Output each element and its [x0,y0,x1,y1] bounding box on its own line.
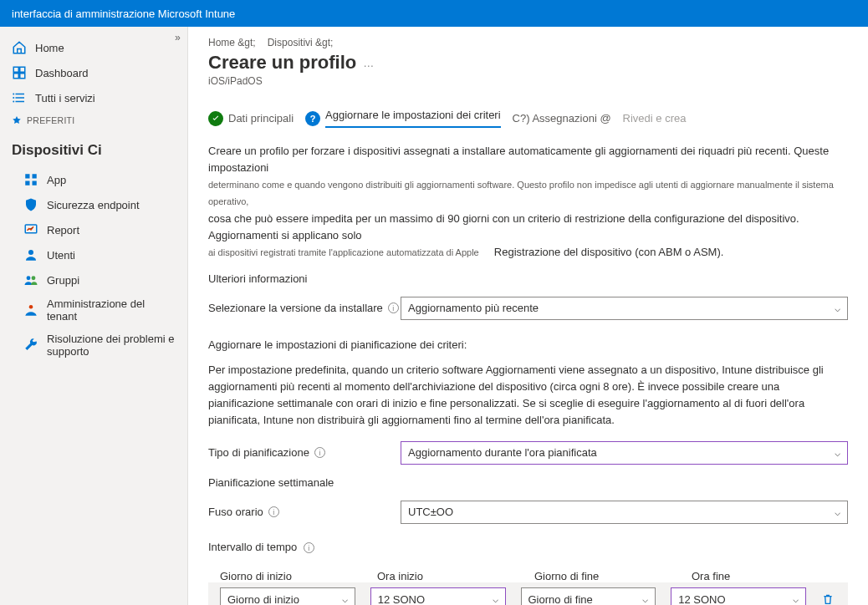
select-schedule-type[interactable]: Aggiornamento durante l'ora pianificata … [401,441,848,465]
select-end-time[interactable]: 12 SONO⌵ [671,587,806,605]
svg-point-13 [27,276,31,280]
report-icon [23,222,38,237]
label-schedule-type: Tipo di pianificazione [208,446,309,459]
step-update-policy[interactable]: ? Aggiornare le impostazioni dei criteri [305,109,501,128]
select-version[interactable]: Aggiornamento più recente ⌵ [401,297,848,320]
chevron-down-icon: ⌵ [835,506,840,518]
sidebar-favorites-header: PREFERITI [0,110,187,130]
sidebar-section-header: Dispositivi Ci [0,135,187,162]
sidebar-item-label: Tutti i servizi [35,92,95,104]
step-badge-done [208,111,223,126]
breadcrumb-home[interactable]: Home &gt; [208,37,256,48]
user-icon [23,247,38,262]
sidebar-item-app[interactable]: App [12,167,187,192]
step-assignments[interactable]: C?) Assegnazioni @ [513,112,611,125]
weekly-schedule-label: Pianificazione settimanale [208,476,848,489]
row-timezone: Fuso orario i UTC±OO ⌵ [208,501,848,524]
th-end-time: Ora fine [692,570,834,582]
page-subtitle: iOS/iPadOS [208,75,848,87]
time-window-label: Intervallo di tempo i [208,541,848,554]
apps-icon [23,172,38,187]
sidebar-item-users[interactable]: Utenti [12,242,187,267]
sidebar-item-label: Utenti [47,249,75,262]
sidebar-item-troubleshoot[interactable]: Risoluzione dei problemi e supporto [12,328,187,363]
sidebar-collapse-icon[interactable]: « [175,32,181,43]
more-info-link[interactable]: Ulteriori informazioni [208,272,848,285]
svg-rect-8 [33,174,37,178]
row-schedule-type: Tipo di pianificazione i Aggiornamento d… [208,441,848,465]
sidebar-item-groups[interactable]: Gruppi [12,267,187,292]
svg-point-6 [13,101,14,103]
svg-rect-3 [20,74,25,79]
wizard-stepper: Dati principali ? Aggiornare le impostaz… [208,109,848,128]
time-window-header: Giorno di inizio Ora inizio Giorno di fi… [208,570,848,582]
svg-point-14 [32,276,36,280]
th-start-day: Giorno di inizio [220,570,362,582]
info-icon[interactable]: i [388,302,399,313]
label-timezone: Fuso orario [208,506,263,518]
sidebar-item-label: Report [47,224,79,236]
sidebar-item-endpoint-security[interactable]: Sicurezza endpoint [12,192,187,217]
home-icon [12,40,27,55]
topbar-title: interfaccia di amministrazione Microsoft… [12,8,235,20]
main-content: Home &gt; Dispositivi &gt; Creare un pro… [188,27,868,605]
sidebar-item-home[interactable]: Home [0,35,187,60]
info-icon[interactable]: i [268,506,279,517]
shield-icon [23,197,38,212]
schedule-settings-header: Aggiornare le impostazioni di pianificaz… [208,338,848,351]
svg-rect-2 [13,74,18,79]
star-icon [12,115,22,125]
breadcrumb-devices[interactable]: Dispositivi &gt; [268,37,334,48]
description-p1: Creare un profilo per forzare i disposit… [208,143,848,261]
select-timezone[interactable]: UTC±OO ⌵ [401,501,848,524]
sidebar-item-label: Amministrazione del tenant [47,297,176,323]
page-title-more[interactable]: … [363,57,374,69]
svg-rect-10 [33,181,37,186]
select-end-day[interactable]: Giorno di fine⌵ [521,587,656,605]
list-icon [12,90,27,105]
chevron-down-icon: ⌵ [835,302,840,314]
sidebar-item-label: Gruppi [47,274,79,287]
th-start-time: Ora inizio [377,570,519,582]
breadcrumb: Home &gt; Dispositivi &gt; [208,37,848,48]
chevron-down-icon: ⌵ [493,593,498,605]
label-version: Selezionare la versione da installare [208,302,383,314]
page-title: Creare un profilo [208,52,356,74]
svg-point-4 [13,94,14,95]
dashboard-icon [12,65,27,80]
step-badge-active: ? [305,111,320,126]
chevron-down-icon: ⌵ [642,593,648,605]
delete-row-icon[interactable] [821,592,836,605]
sidebar-item-report[interactable]: Report [12,217,187,242]
svg-point-15 [29,305,33,309]
info-icon[interactable]: i [314,447,325,458]
sidebar: « Home Dashboard Tutti i servizi [0,27,188,605]
sidebar-item-dashboard[interactable]: Dashboard [0,60,187,85]
th-end-day: Giorno di fine [534,570,677,582]
info-icon[interactable]: i [304,542,314,553]
select-start-day[interactable]: Giorno di inizio⌵ [220,587,355,605]
topbar: interfaccia di amministrazione Microsoft… [0,0,868,27]
sidebar-item-tenant-admin[interactable]: Amministrazione del tenant [12,292,187,328]
step-basics[interactable]: Dati principali [208,111,294,126]
sidebar-item-label: Sicurezza endpoint [47,199,140,211]
svg-rect-0 [13,67,18,72]
sidebar-item-label: Home [35,42,64,54]
svg-rect-1 [20,67,25,72]
chevron-down-icon: ⌵ [835,447,840,459]
chevron-down-icon: ⌵ [342,593,348,605]
sidebar-item-label: Risoluzione dei problemi e supporto [47,333,176,358]
time-window-row: Giorno di inizio⌵ 12 SONO⌵ Giorno di fin… [208,582,848,605]
step-review-create[interactable]: Rivedi e crea [623,112,687,125]
schedule-settings-desc: Per impostazione predefinita, quando un … [208,362,848,430]
sidebar-item-all-services[interactable]: Tutti i servizi [0,85,187,110]
wrench-icon [23,338,38,353]
row-version: Selezionare la versione da installare i … [208,297,848,320]
sidebar-item-label: App [47,174,66,186]
tenant-admin-icon [23,302,38,318]
chevron-down-icon: ⌵ [793,593,799,605]
svg-rect-9 [25,181,29,186]
groups-icon [23,272,38,287]
select-start-time[interactable]: 12 SONO⌵ [370,587,506,605]
svg-point-5 [13,97,14,99]
